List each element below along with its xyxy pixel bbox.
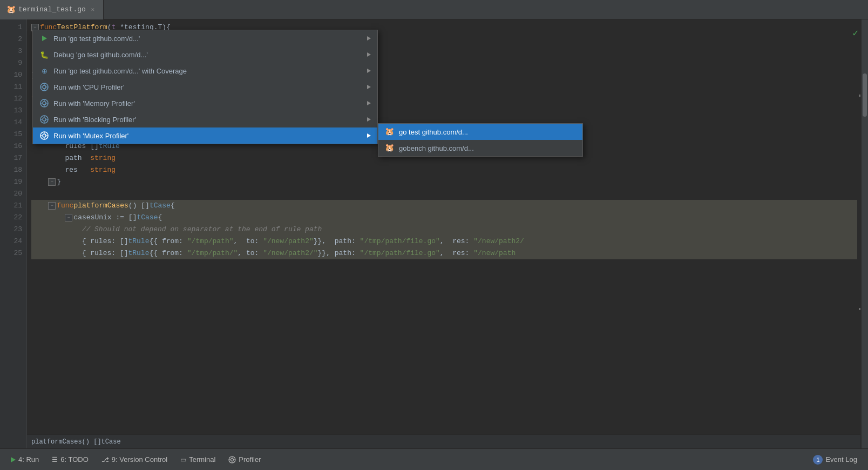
line-num-12: 12: [0, 93, 22, 105]
line-num-16: 16: [0, 140, 22, 152]
debug-icon: 🐛: [39, 50, 49, 59]
line-num-23: 23: [0, 224, 22, 236]
status-event-log-label: Event Log: [825, 455, 857, 464]
code-line-24: { rules: []tRule{{ from: "/tmp/path", to…: [31, 236, 857, 247]
code-line-23: // Should not depend on separator at the…: [31, 224, 857, 236]
line-num-21: 21: [0, 200, 22, 212]
submenu-arrow-1: [364, 36, 371, 42]
line-num-18: 18: [0, 164, 22, 176]
svg-point-19: [43, 134, 46, 137]
line-num-24: 24: [0, 236, 22, 247]
menu-item-blocking-profiler-label: Run with 'Blocking Profiler': [53, 116, 360, 124]
menu-item-mutex-profiler[interactable]: Run with 'Mutex Profiler': [33, 127, 377, 144]
mutex-profiler-icon: [39, 131, 49, 140]
line-num-17: 17: [0, 152, 22, 164]
go-owl-icon-2: 🐹: [385, 143, 395, 153]
code-line-22: −casesUnix := []tCase{: [31, 212, 857, 224]
status-run-label: 4: Run: [18, 455, 39, 464]
line-num-13: 13: [0, 105, 22, 117]
menu-item-debug-go-test-label: Debug 'go test github.com/d...': [53, 51, 360, 59]
vcs-icon: ⎇: [101, 456, 109, 464]
code-line-25: { rules: []tRule{{ from: "/tmp/path/", t…: [31, 247, 857, 259]
menu-item-cpu-profiler-label: Run with 'CPU Profiler': [53, 83, 360, 91]
bottom-hint-bar: platformCases() []tCase: [27, 434, 860, 448]
submenu-arrow-3: [364, 68, 371, 74]
cpu-profiler-icon: [39, 82, 49, 92]
submenu-arrow-5: [364, 100, 371, 106]
line-num-2: 2: [0, 33, 22, 45]
function-hint: platformCases() []tCase: [31, 438, 121, 446]
status-bar: 4: Run ☰ 6: TODO ⎇ 9: Version Control ▭ …: [0, 448, 868, 470]
event-log-badge: 1: [813, 455, 823, 465]
line-num-19: 19: [0, 176, 22, 188]
line-num-15: 15: [0, 129, 22, 140]
tab-close-button[interactable]: ✕: [89, 6, 97, 14]
memory-profiler-icon: [39, 98, 49, 108]
mini-scroll-indicator-2: [859, 308, 860, 310]
todo-icon: ☰: [52, 456, 58, 464]
svg-point-13: [43, 118, 46, 121]
profiler-status-icon: [228, 455, 236, 464]
run-icon: [39, 33, 49, 43]
run-play-icon: [11, 457, 16, 462]
menu-item-mutex-profiler-label: Run with 'Mutex Profiler': [53, 132, 360, 140]
submenu-arrow-2: [364, 52, 371, 58]
menu-item-blocking-profiler[interactable]: Run with 'Blocking Profiler': [33, 111, 377, 127]
status-profiler-button[interactable]: Profiler: [222, 449, 267, 470]
context-menu: Run 'go test github.com/d...' 🐛 Debug 'g…: [32, 30, 378, 144]
submenu: 🐹 go test github.com/d... 🐹 gobench gith…: [378, 123, 583, 157]
mini-scroll-indicator-1: [859, 95, 860, 97]
submenu-item-go-test[interactable]: 🐹 go test github.com/d...: [378, 124, 582, 140]
status-bar-right: 1 Event Log: [806, 455, 864, 465]
svg-point-1: [43, 85, 46, 89]
menu-item-memory-profiler-label: Run with 'Memory Profiler': [53, 99, 360, 108]
checkmark-icon: ✓: [852, 27, 858, 39]
line-num-22: 22: [0, 212, 22, 224]
code-line-21: −func platformCases() []tCase {: [31, 200, 857, 212]
status-terminal-button[interactable]: ▭ Terminal: [174, 449, 222, 470]
status-todo-button[interactable]: ☰ 6: TODO: [45, 449, 95, 470]
submenu-arrow-4: [364, 84, 371, 90]
scrollbar-right[interactable]: [862, 19, 868, 448]
status-run-button[interactable]: 4: Run: [4, 449, 45, 470]
status-profiler-label: Profiler: [239, 455, 261, 464]
line-num-1: 1: [0, 22, 22, 33]
scrollbar-thumb[interactable]: [863, 73, 867, 117]
menu-item-run-with-coverage[interactable]: ⊕ Run 'go test github.com/d...' with Cov…: [33, 63, 377, 79]
status-todo-label: 6: TODO: [60, 455, 89, 464]
code-line-18: res string: [31, 164, 857, 176]
go-file-icon: 🐹: [6, 5, 15, 14]
line-numbers: 1 2 3 9 10 11 12 13 14 15 16 17 18 19 20…: [0, 19, 27, 448]
menu-item-run-go-test[interactable]: Run 'go test github.com/d...': [33, 30, 377, 46]
file-tab[interactable]: 🐹 terminal_test.go ✕: [0, 0, 104, 19]
submenu-item-go-test-label: go test github.com/d...: [399, 128, 468, 136]
menu-item-run-go-test-label: Run 'go test github.com/d...': [53, 35, 360, 43]
line-num-9: 9: [0, 57, 22, 69]
status-vcs-button[interactable]: ⎇ 9: Version Control: [95, 449, 174, 470]
code-line-19: −}: [31, 176, 857, 188]
terminal-icon: ▭: [180, 456, 186, 464]
line-num-3: 3: [0, 45, 22, 57]
line-num-10: 10: [0, 69, 22, 81]
line-num-20: 20: [0, 188, 22, 200]
menu-item-memory-profiler[interactable]: Run with 'Memory Profiler': [33, 95, 377, 111]
code-line-20: [31, 188, 857, 200]
submenu-arrow-6: [364, 117, 371, 123]
submenu-item-gobench[interactable]: 🐹 gobench github.com/d...: [378, 140, 582, 156]
blocking-profiler-icon: [39, 115, 49, 124]
submenu-item-gobench-label: gobench github.com/d...: [399, 144, 474, 152]
menu-item-debug-go-test[interactable]: 🐛 Debug 'go test github.com/d...': [33, 46, 377, 63]
svg-point-25: [231, 458, 234, 461]
tab-filename: terminal_test.go: [18, 5, 86, 14]
menu-item-cpu-profiler[interactable]: Run with 'CPU Profiler': [33, 79, 377, 95]
menu-item-run-with-coverage-label: Run 'go test github.com/d...' with Cover…: [53, 67, 360, 75]
coverage-icon: ⊕: [39, 66, 49, 76]
status-terminal-label: Terminal: [189, 455, 215, 464]
submenu-arrow-7: [364, 133, 371, 139]
svg-point-7: [43, 102, 46, 105]
status-event-log-button[interactable]: 1 Event Log: [806, 455, 864, 465]
status-vcs-label: 9: Version Control: [112, 455, 167, 464]
go-owl-icon-1: 🐹: [385, 127, 395, 137]
tab-bar: 🐹 terminal_test.go ✕: [0, 0, 868, 19]
line-num-25: 25: [0, 247, 22, 259]
